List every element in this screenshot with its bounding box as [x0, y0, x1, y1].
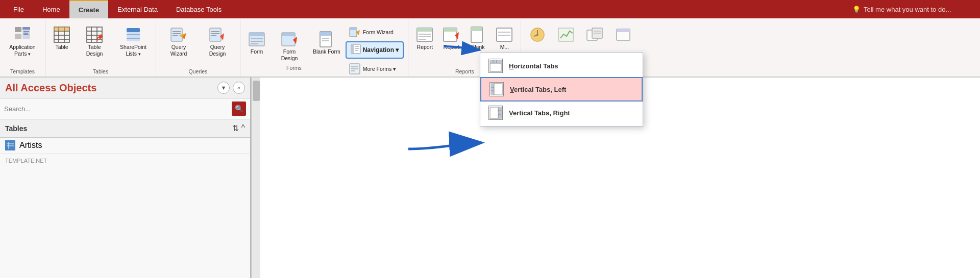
vertical-tabs-left-item[interactable]: Vertical Tabs, Left — [480, 77, 643, 102]
svg-rect-14 — [87, 27, 102, 42]
form-design-icon — [280, 30, 299, 48]
more-reports-icon — [495, 26, 513, 44]
svg-rect-1 — [15, 34, 21, 39]
report-button[interactable]: Report — [412, 23, 437, 53]
table-button[interactable]: Table — [50, 23, 74, 53]
extra-btn-4[interactable] — [611, 23, 635, 46]
svg-rect-4 — [23, 31, 29, 32]
svg-rect-26 — [171, 28, 182, 41]
application-parts-label: Application Parts — [7, 44, 38, 57]
left-nav-panel: All Access Objects ▼ « 🔍 Tables ⇅ ^ — [0, 78, 251, 278]
form-wizard-button[interactable]: Form Wizard — [346, 25, 404, 39]
group-reports-label: Reports — [455, 67, 474, 77]
svg-rect-53 — [351, 44, 354, 54]
form-button[interactable]: Form — [244, 28, 269, 63]
vertical-tabs-right-label: Vertical Tabs, Right — [509, 109, 570, 117]
left-nav-scrollbar[interactable] — [251, 78, 260, 278]
svg-rect-3 — [22, 27, 30, 30]
extra-icon-4 — [614, 26, 632, 44]
blank-form-button[interactable]: Blank Form — [310, 28, 344, 63]
query-design-label: Query Design — [202, 44, 233, 57]
blank-report-button[interactable]: Blank — [465, 23, 490, 53]
artists-item[interactable]: Artists — [0, 138, 250, 154]
sharepoint-lists-label: SharePoint Lists — [118, 44, 149, 57]
sharepoint-lists-button[interactable]: SharePoint Lists — [115, 23, 152, 59]
svg-rect-23 — [127, 28, 140, 32]
group-templates: Application Parts Templates — [0, 20, 45, 77]
query-design-icon — [208, 26, 227, 44]
more-forms-icon — [349, 63, 361, 75]
ribbon-search-input[interactable] — [864, 6, 976, 13]
tab-file[interactable]: File — [4, 0, 33, 18]
left-nav-header: All Access Objects ▼ « — [0, 78, 250, 98]
group-tables-label: Tables — [93, 67, 108, 77]
ribbon-tab-bar: File Home Create External Data Database … — [0, 0, 980, 18]
more-forms-label: More Forms ▾ — [363, 66, 397, 72]
horizontal-tabs-label: Horizontal Tabs — [509, 62, 558, 70]
tab-home[interactable]: Home — [33, 0, 69, 18]
svg-rect-43 — [282, 33, 295, 36]
extra-btn-3[interactable] — [582, 23, 607, 46]
form-design-button[interactable]: Form Design — [271, 28, 308, 63]
table-icon — [53, 26, 71, 44]
more-forms-button[interactable]: More Forms ▾ — [346, 62, 404, 76]
report-label: Report — [417, 44, 433, 50]
table-design-button[interactable]: Table Design — [76, 23, 113, 59]
extra-btn-row — [525, 23, 635, 46]
svg-point-77 — [536, 34, 538, 36]
form-design-label: Form Design — [274, 48, 305, 61]
ribbon-body: Application Parts Templates — [0, 18, 980, 78]
svg-rect-96 — [498, 107, 501, 118]
svg-rect-91 — [491, 84, 494, 95]
extra-icon-3 — [585, 26, 604, 44]
svg-rect-5 — [23, 33, 28, 34]
svg-rect-62 — [417, 28, 432, 32]
svg-rect-70 — [471, 27, 482, 31]
svg-rect-84 — [617, 29, 630, 32]
navigation-button-icon — [351, 44, 361, 56]
tables-collapse-icon[interactable]: ^ — [241, 123, 245, 133]
left-nav-search-input[interactable] — [4, 105, 229, 113]
query-wizard-label: Query Wizard — [163, 44, 194, 57]
tab-external-data[interactable]: External Data — [108, 0, 167, 18]
tab-create[interactable]: Create — [69, 0, 108, 18]
navigation-button-label: Navigation ▾ — [363, 46, 399, 54]
left-nav-search-button[interactable]: 🔍 — [232, 102, 246, 116]
application-parts-button[interactable]: Application Parts — [4, 23, 41, 59]
group-queries: Query Wizard Query Design Queries — [156, 20, 240, 77]
report-design-icon — [442, 26, 460, 44]
report-design-button[interactable]: Report — [439, 23, 463, 53]
tables-sort-icon[interactable]: ⇅ — [232, 123, 239, 133]
nav-filter-button[interactable]: ▼ — [217, 82, 230, 94]
group-queries-label: Queries — [189, 67, 208, 77]
query-wizard-icon — [169, 26, 188, 44]
artists-table-icon — [5, 140, 15, 150]
more-reports-button[interactable]: M... — [492, 23, 517, 53]
template-brand: TEMPLATE.NET — [0, 154, 250, 168]
application-parts-icon — [13, 26, 32, 44]
svg-rect-32 — [210, 28, 221, 41]
form-wizard-label: Form Wizard — [363, 29, 394, 35]
lightbulb-icon: 💡 — [852, 6, 861, 13]
nav-collapse-button[interactable]: « — [233, 82, 245, 94]
svg-rect-67 — [444, 28, 457, 32]
horizontal-tabs-item[interactable]: Horizontal Tabs — [480, 55, 643, 77]
extra-btn-1[interactable] — [525, 23, 550, 46]
tab-database-tools[interactable]: Database Tools — [167, 0, 231, 18]
query-wizard-button[interactable]: Query Wizard — [160, 23, 197, 59]
svg-rect-50 — [350, 28, 357, 30]
section-controls: ⇅ ^ — [232, 123, 245, 133]
svg-rect-13 — [54, 27, 69, 31]
table-design-label: Table Design — [79, 44, 110, 57]
queries-items: Query Wizard Query Design — [160, 20, 236, 67]
vertical-tabs-right-item[interactable]: Vertical Tabs, Right — [480, 102, 643, 124]
tables-section-title: Tables — [5, 124, 27, 133]
query-design-button[interactable]: Query Design — [199, 23, 236, 59]
templates-items: Application Parts — [4, 20, 41, 67]
vertical-tabs-left-icon — [489, 82, 504, 96]
navigation-dropdown-button[interactable]: Navigation ▾ — [346, 41, 404, 59]
navigation-dropdown-menu: Horizontal Tabs Vertical Tabs, Left — [480, 52, 643, 127]
all-access-objects-title: All Access Objects — [5, 82, 96, 94]
left-nav-search-row: 🔍 — [0, 98, 250, 119]
extra-btn-2[interactable] — [554, 23, 578, 46]
